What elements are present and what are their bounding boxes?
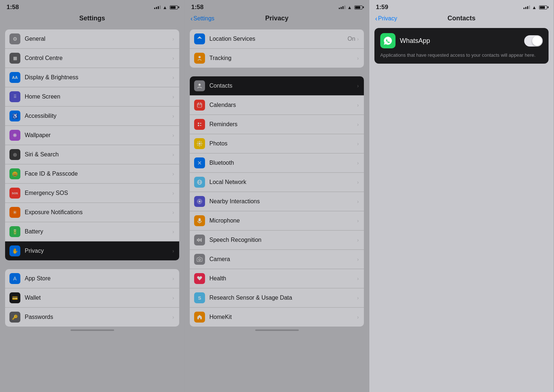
calendars-icon [194,100,205,111]
nav-bar-2: ‹ Settings Privacy [185,13,369,25]
settings-item-siri[interactable]: ◎ Siri & Search › [5,145,179,164]
settings-item-general[interactable]: ⚙ General › [5,29,179,49]
status-bar-2: 1:58 ▲ [185,0,369,13]
chevron-icon: › [172,152,174,157]
battery-icon [170,5,178,9]
privacy-top-section: Location Services On › Tracking › [190,29,364,68]
svg-point-22 [199,201,201,203]
scroll-indicator-1 [71,329,114,331]
chevron-icon: › [172,314,174,320]
svg-point-1 [198,84,201,86]
back-button-privacy[interactable]: ‹ Privacy [375,15,397,22]
settings-item-battery[interactable]: 🔋 Battery › [5,222,179,241]
accessibility-icon: ♿ [9,111,20,121]
privacy-item-bluetooth[interactable]: Bluetooth › [190,153,364,173]
settings-item-faceid[interactable]: 😀 Face ID & Passcode › [5,164,179,184]
wifi-icon: ▲ [532,5,537,10]
calendars-label: Calendars [209,102,357,108]
svg-point-11 [199,141,200,142]
chevron-icon: › [357,256,359,262]
settings-item-privacy[interactable]: ✋ Privacy › [5,241,179,260]
location-value: On [348,36,355,42]
faceid-icon: 😀 [9,168,20,179]
status-time-3: 1:59 [376,4,388,11]
toggle-knob [532,36,542,46]
privacy-item-health[interactable]: Health › [190,269,364,288]
signal-icon [339,5,345,9]
back-button-settings[interactable]: ‹ Settings [190,15,214,22]
display-label: Display & Brightness [25,74,172,81]
status-bar-3: 1:59 ▲ [369,0,554,13]
general-icon: ⚙ [9,33,20,44]
privacy-item-local-network[interactable]: Local Network › [190,173,364,192]
privacy-item-camera[interactable]: Camera › [190,250,364,269]
nav-bar-3: ‹ Privacy Contacts [369,13,554,25]
settings-scroll: ⚙ General › ▦ Control Centre › AA Displa… [0,25,184,392]
status-icons-3: ▲ [523,5,547,10]
privacy-item-contacts[interactable]: Contacts › [190,76,364,96]
settings-item-appstore[interactable]: A App Store › [5,269,179,288]
whatsapp-label: WhatsApp [400,37,520,45]
settings-item-accessibility[interactable]: ♿ Accessibility › [5,107,179,126]
home-screen-icon: ⠿ [9,91,20,102]
appstore-icon: A [9,273,20,284]
chevron-icon: › [172,190,174,196]
chevron-icon: › [172,75,174,80]
research-icon: S [194,292,205,303]
settings-main-section: ⚙ General › ▦ Control Centre › AA Displa… [5,29,179,260]
battery-label: Battery [25,228,172,235]
settings-panel: 1:58 ▲ Settings ⚙ General › [0,0,185,392]
privacy-item-photos[interactable]: Photos › [190,134,364,153]
chevron-icon: › [357,314,359,320]
privacy-item-microphone[interactable]: Microphone › [190,211,364,231]
settings-item-display[interactable]: AA Display & Brightness › [5,68,179,87]
chevron-icon: › [357,83,359,89]
back-label-settings: Settings [193,15,214,22]
settings-item-control-centre[interactable]: ▦ Control Centre › [5,49,179,68]
settings-item-wallet[interactable]: 💳 Wallet › [5,288,179,308]
privacy-item-location[interactable]: Location Services On › [190,29,364,49]
display-icon: AA [9,72,20,83]
whatsapp-card: WhatsApp Applications that have requeste… [374,28,549,64]
privacy-item-calendars[interactable]: Calendars › [190,96,364,115]
privacy-main-section: Contacts › Calendars › Reminders › [190,76,364,327]
tracking-label: Tracking [209,55,357,61]
privacy-item-speech[interactable]: Speech Recognition › [190,231,364,250]
chevron-icon: › [357,179,359,185]
privacy-item-research[interactable]: S Research Sensor & Usage Data › [190,288,364,308]
settings-item-exposure[interactable]: ✳ Exposure Notifications › [5,203,179,222]
reminders-icon [194,119,205,130]
settings-item-sos[interactable]: SOS Emergency SOS › [5,184,179,203]
battery-icon [539,5,547,9]
chevron-icon: › [357,199,359,204]
siri-icon: ◎ [9,149,20,160]
battery-icon [354,5,362,9]
control-centre-label: Control Centre [25,55,172,61]
wallet-icon: 💳 [9,292,20,303]
wifi-icon: ▲ [162,5,167,10]
camera-label: Camera [209,256,357,263]
whatsapp-toggle[interactable] [524,35,543,47]
chevron-icon: › [357,218,359,224]
privacy-panel: 1:58 ▲ ‹ Settings Privacy [185,0,369,392]
svg-point-14 [201,143,202,144]
privacy-item-nearby[interactable]: Nearby Interactions › [190,192,364,211]
control-centre-icon: ▦ [9,53,20,64]
health-label: Health [209,275,357,282]
speech-label: Speech Recognition [209,237,357,243]
privacy-item-homekit[interactable]: HomeKit › [190,308,364,327]
whatsapp-card-row: WhatsApp [380,33,543,48]
settings-item-home-screen[interactable]: ⠿ Home Screen › [5,87,179,107]
tracking-icon [194,53,205,64]
settings-item-passwords[interactable]: 🔑 Passwords › [5,308,179,327]
svg-point-31 [199,259,201,261]
battery-icon: 🔋 [9,226,20,237]
svg-rect-9 [200,125,201,126]
privacy-item-reminders[interactable]: Reminders › [190,115,364,134]
settings-title: Settings [79,15,105,22]
status-time-2: 1:58 [191,4,204,11]
settings-item-wallpaper[interactable]: ❋ Wallpaper › [5,126,179,145]
privacy-item-tracking[interactable]: Tracking › [190,49,364,68]
siri-label: Siri & Search [25,151,172,158]
location-label: Location Services [209,36,348,42]
